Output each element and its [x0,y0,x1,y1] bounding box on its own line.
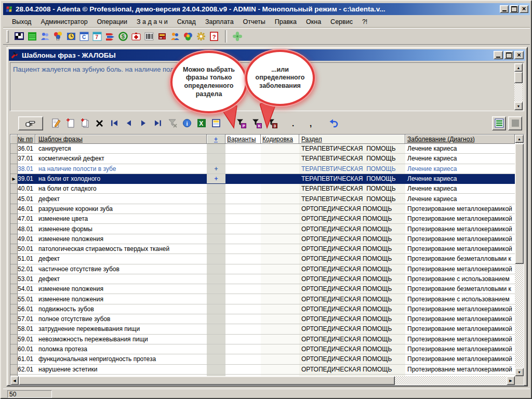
green-clover-button[interactable] [231,30,244,43]
menu-item-salary[interactable]: Зарплата [201,17,238,27]
child-minimize-button[interactable] [494,51,503,59]
cell-section: ТЕРАПЕВТИЧЕСКАЯ ПОМОЩЬ [299,144,405,154]
cell-phrase: на боли от сладкого [35,184,207,194]
list-view-button[interactable] [492,116,506,130]
edit-record-button[interactable] [49,116,63,130]
column-header[interactable]: Заболевание (Диагноз) [405,135,515,144]
schedule-clock-button[interactable] [65,30,77,43]
settings-gear-button[interactable] [195,30,207,43]
table-row[interactable]: 61.01функциональная непригодность протез… [10,354,515,364]
scroll-thumb[interactable] [515,143,524,264]
celebrations-button[interactable] [52,30,64,43]
cell-num: 51.01 [18,254,35,264]
child-close-button[interactable]: × [514,51,524,59]
scroll-thumb[interactable] [514,72,523,83]
scroll-down-icon[interactable]: ▼ [515,368,524,376]
column-header[interactable]: Шаблон фразы [35,135,207,144]
help-document-button[interactable]: ? [208,30,220,43]
close-button[interactable]: × [520,5,528,13]
cell-phrase: подвижность зубов [35,304,207,314]
minimize-button[interactable] [500,5,509,13]
gray-panel-button[interactable] [508,116,522,130]
table-row[interactable]: 40.01на боли от сладкогоТЕРАПЕВТИЧЕСКАЯ … [10,184,515,194]
dot-button[interactable]: . [286,116,300,130]
export-excel-button[interactable]: X [195,116,208,130]
table-row[interactable]: 38.01на наличие полости в зубе+ТЕРАПЕВТИ… [10,164,515,174]
column-header[interactable]: Кодировка [261,135,299,144]
menu-item-service[interactable]: Сервис [326,17,357,27]
filter-clear-button[interactable] [166,116,179,130]
table-row[interactable]: 56.01подвижность зубовОРТОПЕДИЧЕСКАЯ ПОМ… [10,304,515,314]
menu-item-warehouse[interactable]: Склад [172,17,201,27]
row-marker [10,144,18,154]
menu-item-exit[interactable]: Выход [7,17,36,27]
nav-next-button[interactable] [137,116,150,130]
nav-first-button[interactable] [108,116,121,130]
toolbar-grip[interactable] [6,30,9,43]
child-maximize-button[interactable] [504,51,513,59]
payments-dollar-button[interactable]: $ [117,30,129,43]
nav-prev-button[interactable] [122,116,136,130]
copy-record-button[interactable] [78,116,92,130]
scroll-left-icon[interactable]: ◀ [10,376,19,385]
scroll-up-icon[interactable]: ▲ [514,63,523,72]
undo-button[interactable] [327,116,340,130]
menu-item-help[interactable]: ?! [357,17,372,27]
delete-record-button[interactable] [93,116,107,130]
grid-hscrollbar[interactable]: ◀ ▶ [10,376,515,385]
table-row[interactable]: 46.01разрушение коронки зубаОРТОПЕДИЧЕСК… [10,204,515,214]
table-row[interactable]: 45.01дефектТЕРАПЕВТИЧЕСКАЯ ПОМОЩЬЛечение… [10,194,515,204]
add-record-button[interactable] [64,116,77,130]
column-header[interactable]: Раздел [299,135,405,144]
column-header[interactable]: + [207,135,225,144]
svg-text:$: $ [122,33,125,39]
first-aid-button[interactable] [130,30,142,43]
column-header[interactable]: Варианты [225,135,261,144]
scroll-down-icon[interactable]: ▼ [514,102,523,110]
table-row[interactable]: 50.01патологическая стираемость твердых … [10,244,515,254]
menu-item-administrator[interactable]: Администратор [36,17,92,27]
menu-item-reports[interactable]: Отчеты [238,17,270,27]
table-row[interactable]: 60.01поломка протезаОРТОПЕДИЧЕСКАЯ ПОМОЩ… [10,344,515,354]
staff-button[interactable] [169,30,181,43]
table-row[interactable]: 62.01нарушение эстетикиОРТОПЕДИЧЕСКАЯ ПО… [10,365,515,375]
menu-item-tasks[interactable]: З а д а ч и [132,17,172,27]
column-header[interactable]: № пп [18,135,35,144]
maximize-button[interactable] [510,5,518,13]
table-row[interactable]: 58.01затруднение пережевывания пищиОРТОП… [10,324,515,334]
table-row[interactable]: 57.01полное отсутствие зубовОРТОПЕДИЧЕСК… [10,314,515,324]
scroll-thumb[interactable] [19,376,395,385]
table-row[interactable]: 37.01косметический дефектТЕРАПЕВТИЧЕСКАЯ… [10,154,515,164]
menu-item-edit[interactable]: Правка [270,17,301,27]
card-index-button[interactable] [26,30,38,43]
menu-item-windows[interactable]: Окна [301,17,326,27]
table-row[interactable]: 59.01невозможность пережевывания пищиОРТ… [10,335,515,344]
navigator-stripes-button[interactable] [104,30,116,43]
cash-register-button[interactable] [156,30,168,43]
exit-checkered-button[interactable] [13,30,25,43]
table-row[interactable]: 51.01дефектОРТОПЕДИЧЕСКАЯ ПОМОЩЬПротезир… [10,254,515,264]
calendar-7-button[interactable]: 7 [91,30,103,43]
comma-button[interactable]: , [304,116,317,130]
table-row[interactable]: 36.01санируетсяТЕРАПЕВТИЧЕСКАЯ ПОМОЩЬЛеч… [10,144,515,154]
hand-pointer-button[interactable] [18,116,43,130]
table-row[interactable]: 49.01изменение положенияОРТОПЕДИЧЕСКАЯ П… [10,234,515,244]
nav-last-button[interactable] [151,116,165,130]
patients-button[interactable] [39,30,51,43]
grid-vscrollbar[interactable]: ▲ ▼ [515,135,524,376]
table-row[interactable]: 53.01дефектОРТОПЕДИЧЕСКАЯ ПОМОЩЬПротезир… [10,274,515,284]
barcode-button[interactable] [143,30,155,43]
table-row[interactable]: 52.01частичное отсутствие зубовОРТОПЕДИЧ… [10,264,515,274]
memo-scrollbar[interactable]: ▲ ▼ [514,63,523,110]
menu-item-operations[interactable]: Операции [92,17,132,27]
table-row[interactable]: ▶39.01на боли от холодного+ТЕРАПЕВТИЧЕСК… [10,174,515,184]
table-row[interactable]: 47.01изменение цветаОРТОПЕДИЧЕСКАЯ ПОМОЩ… [10,214,515,224]
scroll-right-icon[interactable]: ▶ [507,376,515,385]
table-row[interactable]: 55.01изменение положенияОРТОПЕДИЧЕСКАЯ П… [10,294,515,304]
palette-button[interactable] [182,30,194,43]
table-row[interactable]: 48.01изменение формыОРТОПЕДИЧЕСКАЯ ПОМОЩ… [10,224,515,234]
calendar-c-button[interactable]: C [78,30,90,43]
table-row[interactable]: 54.01изменение положенияОРТОПЕДИЧЕСКАЯ П… [10,284,515,294]
info-button[interactable]: i [180,116,194,130]
scroll-up-icon[interactable]: ▲ [515,135,524,143]
